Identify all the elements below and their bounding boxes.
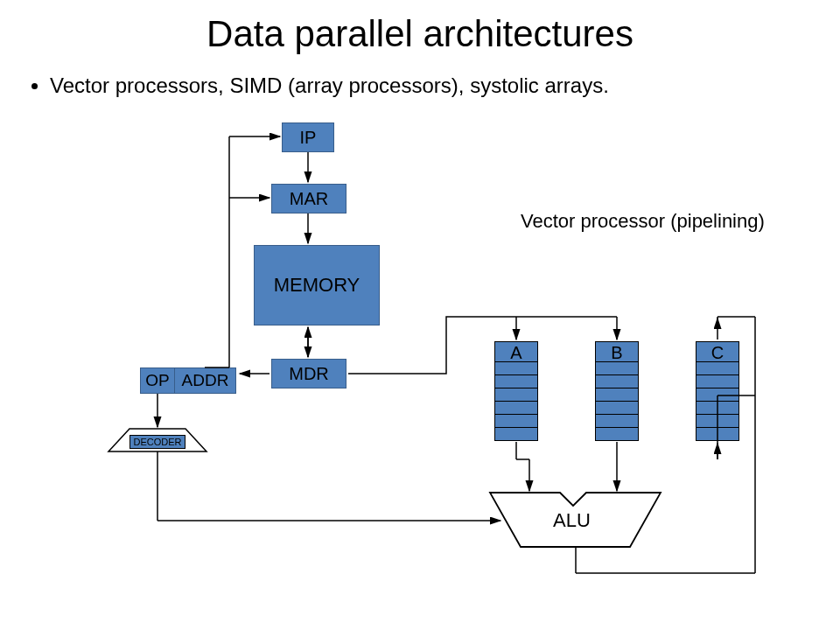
register-b-label: B — [595, 341, 639, 362]
slide-title: Data parallel architectures — [0, 13, 840, 55]
block-addr: ADDR — [175, 368, 236, 394]
register-cell — [494, 415, 538, 428]
register-cell — [494, 375, 538, 388]
block-mar: MAR — [271, 184, 346, 214]
register-a-label: A — [494, 341, 538, 362]
register-cell — [696, 402, 739, 415]
register-cell — [595, 428, 639, 441]
register-cell — [696, 388, 739, 402]
register-c-label: C — [696, 341, 739, 362]
register-cell — [494, 428, 538, 441]
block-decoder: DECODER — [130, 435, 186, 449]
register-cell — [696, 375, 739, 388]
register-cell — [595, 402, 639, 415]
block-mdr: MDR — [271, 359, 346, 388]
block-memory: MEMORY — [254, 245, 380, 326]
register-cell — [494, 388, 538, 402]
bullet-text: Vector processors, SIMD (array processor… — [50, 74, 609, 98]
register-cell — [595, 415, 639, 428]
register-cell — [595, 388, 639, 402]
register-cell — [696, 415, 739, 428]
bullet-item: Vector processors, SIMD (array processor… — [32, 74, 609, 98]
register-cell — [595, 375, 639, 388]
block-alu-label: ALU — [553, 509, 591, 532]
register-c: C — [696, 341, 739, 441]
register-cell — [494, 362, 538, 375]
diagram-caption: Vector processor (pipelining) — [521, 210, 765, 233]
register-cell — [696, 428, 739, 441]
register-a: A — [494, 341, 538, 441]
register-cell — [595, 362, 639, 375]
block-ip: IP — [282, 122, 334, 152]
register-cell — [696, 362, 739, 375]
register-b: B — [595, 341, 639, 441]
block-op: OP — [140, 368, 175, 394]
bullet-dot-icon — [32, 83, 38, 89]
register-cell — [494, 402, 538, 415]
